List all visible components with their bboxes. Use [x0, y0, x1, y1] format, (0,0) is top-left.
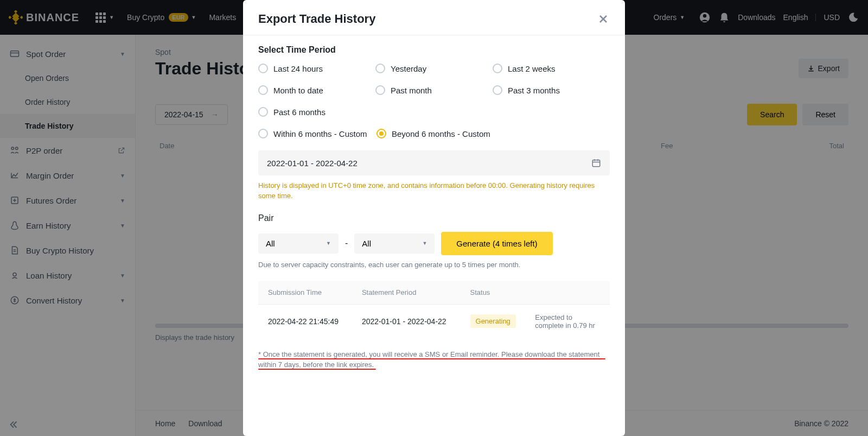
statement-row: 2022-04-22 21:45:49 2022-01-01 - 2022-04…	[258, 304, 610, 338]
modal-title: Export Trade History	[258, 12, 375, 26]
select-time-label: Select Time Period	[258, 45, 610, 55]
radio-beyond-6-months-custom[interactable]: Beyond 6 months - Custom	[376, 129, 610, 138]
pair-base-select[interactable]: All ▼	[258, 233, 339, 254]
generate-button[interactable]: Generate (4 times left)	[441, 232, 552, 255]
radio-past-6-months[interactable]: Past 6 months	[258, 107, 375, 117]
chevron-down-icon: ▼	[326, 241, 331, 246]
col-submission-time: Submission Time	[268, 288, 362, 296]
row-period: 2022-01-01 - 2022-04-22	[362, 317, 470, 326]
legal-note: * Once the statement is generated, you w…	[258, 349, 610, 370]
radio-past-3-months[interactable]: Past 3 months	[493, 85, 610, 95]
radio-month-to-date[interactable]: Month to date	[258, 85, 375, 95]
row-submission-time: 2022-04-22 21:45:49	[268, 317, 362, 326]
radio-past-month[interactable]: Past month	[375, 85, 493, 95]
export-modal: Export Trade History Select Time Period …	[243, 0, 625, 436]
status-badge: Generating	[470, 314, 516, 328]
close-icon[interactable]	[597, 12, 610, 26]
radio-last-24-hours[interactable]: Last 24 hours	[258, 64, 375, 73]
highlight-underline	[258, 358, 605, 359]
svg-rect-14	[592, 160, 600, 167]
pair-quote-select[interactable]: All ▼	[354, 233, 435, 254]
modal-overlay[interactable]: Export Trade History Select Time Period …	[0, 0, 868, 436]
row-eta: Expected to complete in 0.79 hr	[535, 313, 600, 330]
col-status: Status	[470, 288, 535, 296]
highlight-underline	[258, 369, 376, 370]
export-date-range-input[interactable]: 2022-01-01 - 2022-04-22	[258, 150, 610, 175]
calendar-icon	[591, 158, 601, 168]
timezone-hint: History is displayed in UTC+0 time zone,…	[258, 181, 610, 201]
statements-table: Submission Time Statement Period Status …	[258, 281, 610, 338]
pair-label: Pair	[258, 213, 610, 223]
limit-note: Due to server capacity constraints, each…	[258, 261, 610, 269]
col-statement-period: Statement Period	[362, 288, 470, 296]
radio-within-6-months-custom[interactable]: Within 6 months - Custom	[258, 129, 376, 138]
chevron-down-icon: ▼	[422, 241, 427, 246]
radio-last-2-weeks[interactable]: Last 2 weeks	[493, 64, 610, 73]
radio-yesterday[interactable]: Yesterday	[375, 64, 493, 73]
